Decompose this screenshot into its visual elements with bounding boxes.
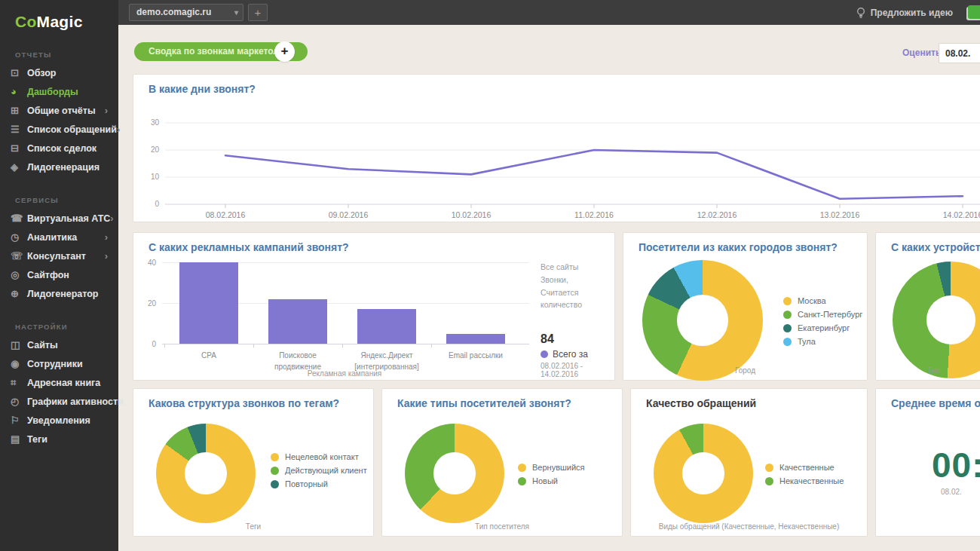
axis-label: Виды обращений (Качественные, Некачестве…	[631, 522, 867, 531]
legend-label: Тула	[798, 337, 816, 346]
chart-title: Какова структура звонков по тегам?	[149, 397, 339, 409]
total-value: 84	[541, 332, 614, 346]
sidebar-item-overview[interactable]: ⊡Обзор	[0, 63, 118, 82]
sidebar-item-leadgenerator[interactable]: ⊕Лидогенератор	[0, 284, 118, 303]
sidebar-item-consultant[interactable]: ☏Консультант›	[0, 246, 118, 265]
sidebar-section-label: НАСТРОЙКИ	[0, 303, 118, 335]
bar[interactable]	[357, 309, 416, 344]
chart-title: Среднее время отв	[891, 397, 980, 409]
legend-dot	[765, 477, 773, 485]
legend-label: Повторный	[285, 479, 328, 488]
sidebar-item-analytics[interactable]: ◷Аналитика›	[0, 228, 118, 246]
legend-dot	[783, 338, 792, 346]
sidebar-item-employees[interactable]: ◉Сотрудники	[0, 354, 118, 373]
axis-label: Тип	[927, 366, 940, 375]
stat-value: 00:	[932, 445, 980, 485]
donut-chart-cities[interactable]	[642, 260, 763, 381]
sites-icon: ◫	[11, 339, 27, 350]
bar[interactable]	[446, 334, 505, 344]
axis-label: Тип посетителя	[382, 522, 622, 531]
leadgenerator-icon: ⊕	[11, 288, 27, 299]
chart-legend: Нецелевой контактДействующий клиентПовто…	[271, 448, 367, 493]
domain-select[interactable]: demo.comagic.ru ▾	[129, 4, 243, 21]
consultant-icon: ☏	[11, 250, 27, 262]
sidebar-item-label: Обзор	[27, 68, 109, 78]
suggest-idea-link[interactable]: Предложить идею	[856, 0, 953, 25]
chevron-right-icon: ›	[110, 213, 115, 224]
comagic-logo[interactable]: CoMagic	[0, 0, 118, 31]
sidebar-item-virtual-pbx[interactable]: ☎Виртуальная АТС›	[0, 209, 118, 228]
legend-item[interactable]: Действующий клиент	[271, 466, 367, 475]
sidebar-item-deals-list[interactable]: ⊟Список сделок	[0, 139, 118, 158]
tag-icon: ▤	[11, 433, 27, 445]
sidebar-section-label: ОТЧЕТЫ	[0, 31, 118, 63]
legend-label: Качественные	[779, 463, 835, 472]
legend-dot	[518, 464, 526, 472]
donut-chart-tags[interactable]	[156, 424, 256, 523]
legend-item[interactable]: Новый	[518, 476, 585, 485]
legend-dot	[271, 467, 279, 475]
date-range-input[interactable]	[939, 43, 980, 63]
topbar: demo.comagic.ru ▾ + Предложить идею	[118, 0, 980, 25]
chevron-right-icon: ›	[117, 124, 121, 135]
add-site-button[interactable]: +	[248, 4, 268, 21]
axis-label: Рекламная кампания	[254, 369, 435, 378]
sidebar-item-sitephone[interactable]: ◎Сайтфон	[0, 265, 118, 284]
legend-item[interactable]: Екатеринбург	[783, 323, 862, 332]
donut-chart-quality[interactable]	[654, 424, 753, 523]
bar-category-label: CPA	[167, 350, 250, 361]
legend-dot	[783, 311, 792, 319]
legend-item[interactable]: Тула	[783, 337, 862, 346]
line-chart[interactable]: 010203008.02.201609.02.201610.02.201611.…	[133, 97, 980, 222]
sidebar-item-label: Уведомления	[27, 415, 109, 426]
sidebar-item-address-book[interactable]: ⌗Адресная книга	[0, 373, 118, 392]
sidebar-item-activity-schedules[interactable]: ◴Графики активности	[0, 392, 118, 411]
legend-item[interactable]: Москва	[783, 296, 862, 305]
legend-dot	[271, 480, 279, 488]
total-block: 84 Всего за 08.02.2016 - 14.02.2016	[541, 332, 614, 378]
add-dashboard-button[interactable]: +	[274, 41, 295, 62]
sidebar-item-label: Общие отчёты	[27, 106, 105, 116]
chat-widget-icon[interactable]	[968, 5, 980, 19]
legend-label: Вернувшийся	[532, 463, 585, 472]
svg-text:14.02.2016: 14.02.2016	[943, 210, 980, 219]
logo-prefix: Co	[15, 13, 37, 30]
chevron-down-icon: ▾	[234, 5, 238, 20]
svg-text:13.02.2016: 13.02.2016	[820, 210, 860, 219]
sidebar-item-sites[interactable]: ◫Сайты	[0, 335, 118, 354]
chevron-right-icon: ›	[105, 105, 109, 116]
legend-item[interactable]: Повторный	[271, 479, 367, 488]
legend-item[interactable]: Нецелевой контакт	[271, 452, 367, 461]
legend-item[interactable]: Качественные	[765, 463, 844, 472]
rate-link[interactable]: Оценить	[902, 47, 941, 58]
sidebar-item-notifications[interactable]: ⚐Уведомления	[0, 411, 118, 430]
sidebar-item-label: Сайтфон	[27, 270, 109, 280]
sidebar-item-leadgen[interactable]: ◈Лидогенерация	[0, 158, 118, 176]
bar[interactable]	[179, 262, 238, 344]
clock-icon: ◴	[11, 396, 27, 407]
bar-chart[interactable]: 02040CPAПоисковое продвижениеЯндекс.Дире…	[133, 233, 533, 381]
legend-item[interactable]: Вернувшийся	[518, 463, 585, 472]
total-label: Всего за	[553, 349, 588, 360]
legend-item[interactable]: Некачественные	[765, 476, 844, 485]
donut-chart-devices[interactable]	[893, 262, 980, 378]
legend-dot	[765, 464, 773, 472]
legend-item[interactable]: Санкт-Петербург	[783, 310, 862, 319]
legend-label: Екатеринбург	[798, 323, 850, 332]
sidebar-item-tags[interactable]: ▤Теги	[0, 430, 118, 448]
legend-label: Новый	[532, 476, 558, 485]
sidebar-item-requests-list[interactable]: ☰Список обращений›	[0, 120, 118, 139]
sidebar-item-general-reports[interactable]: ⊞Общие отчёты›	[0, 101, 118, 120]
sidebar-item-dashboards[interactable]: ◕Дашборды	[0, 82, 118, 101]
bar-category-label: Email рассылки	[434, 350, 517, 361]
chevron-right-icon: ›	[105, 250, 109, 262]
legend-dot	[783, 297, 792, 305]
chart-filter-note: Все сайты Звонки, Считается количество	[541, 261, 614, 311]
legend-label: Нецелевой контакт	[285, 452, 359, 461]
donut-chart-visitor-types[interactable]	[405, 424, 504, 523]
bar[interactable]	[268, 299, 327, 344]
total-period: 08.02.2016 - 14.02.2016	[541, 362, 614, 378]
legend-dot	[783, 324, 792, 332]
suggest-idea-label: Предложить идею	[871, 8, 953, 18]
legend-label: Москва	[798, 296, 826, 305]
